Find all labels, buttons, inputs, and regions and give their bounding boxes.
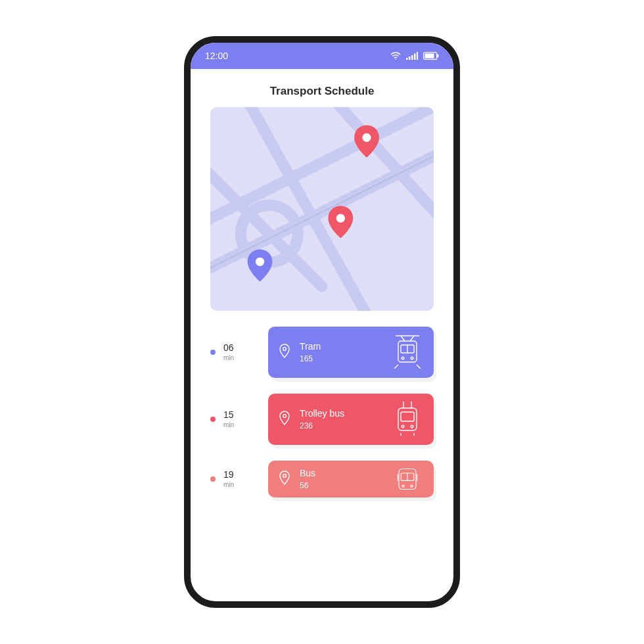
status-bar: 12:00 <box>191 43 453 69</box>
bus-icon <box>392 465 423 496</box>
eta-unit: min <box>223 421 234 428</box>
svg-line-23 <box>410 336 414 341</box>
signal-icon <box>406 52 418 60</box>
phone-frame: 12:00 <box>184 36 460 608</box>
svg-point-40 <box>283 474 287 478</box>
status-dot <box>210 417 216 422</box>
eta-value: 19 <box>223 469 234 480</box>
eta-time: 19 min <box>223 470 234 488</box>
tram-icon <box>392 333 423 371</box>
svg-point-31 <box>283 415 287 418</box>
transport-number: 56 <box>300 481 384 490</box>
pin-icon <box>279 411 292 428</box>
transport-name: Bus <box>300 468 384 478</box>
wifi-icon <box>390 52 401 60</box>
status-time: 12:00 <box>205 51 228 61</box>
svg-rect-8 <box>437 55 438 58</box>
transport-card-trolley[interactable]: Trolley bus 236 <box>268 394 434 445</box>
svg-point-36 <box>402 425 404 428</box>
svg-rect-2 <box>409 57 411 60</box>
svg-point-18 <box>336 214 345 223</box>
status-icons <box>390 52 439 60</box>
svg-point-44 <box>402 485 404 487</box>
schedule-row: 06 min Tram 165 <box>210 327 434 378</box>
svg-point-20 <box>283 348 287 351</box>
transport-card-bus[interactable]: Bus 56 <box>268 461 434 497</box>
eta-unit: min <box>223 481 234 488</box>
eta-time: 06 min <box>223 343 234 361</box>
svg-point-28 <box>411 357 413 359</box>
schedule-row: 19 min Bus 56 <box>210 461 434 497</box>
svg-point-17 <box>362 133 371 142</box>
svg-line-30 <box>417 365 421 369</box>
svg-line-22 <box>401 336 405 341</box>
schedule-meta: 15 min <box>210 410 268 428</box>
transport-label: Tram 165 <box>300 341 384 363</box>
eta-value: 06 <box>223 342 234 353</box>
schedule-meta: 19 min <box>210 470 268 488</box>
svg-rect-35 <box>401 412 414 421</box>
status-dot <box>210 476 216 482</box>
transport-card-tram[interactable]: Tram 165 <box>268 327 434 378</box>
svg-rect-3 <box>411 55 413 60</box>
page-title: Transport Schedule <box>191 69 453 107</box>
svg-line-29 <box>394 365 398 369</box>
trolley-icon <box>392 400 423 438</box>
transport-label: Bus 56 <box>300 468 384 490</box>
svg-point-0 <box>395 58 396 60</box>
schedule-row: 15 min Trolley bus 236 <box>210 394 434 445</box>
svg-point-45 <box>411 485 413 487</box>
eta-value: 15 <box>223 409 234 420</box>
svg-rect-1 <box>406 58 408 60</box>
transport-name: Tram <box>300 341 384 352</box>
map-view[interactable] <box>210 107 434 311</box>
transport-name: Trolley bus <box>300 408 384 419</box>
eta-time: 15 min <box>223 410 234 428</box>
battery-icon <box>423 52 439 60</box>
svg-point-37 <box>411 425 413 428</box>
schedule-list: 06 min Tram 165 <box>191 327 453 497</box>
map-canvas <box>210 107 434 311</box>
status-dot <box>210 350 216 355</box>
eta-unit: min <box>223 354 234 361</box>
svg-rect-5 <box>417 52 418 60</box>
pin-icon <box>279 344 292 361</box>
pin-icon <box>279 471 292 488</box>
svg-rect-4 <box>414 54 416 60</box>
transport-number: 165 <box>300 354 384 363</box>
svg-point-27 <box>402 357 404 359</box>
svg-point-19 <box>256 258 264 266</box>
schedule-meta: 06 min <box>210 343 268 361</box>
transport-number: 236 <box>300 421 384 430</box>
transport-label: Trolley bus 236 <box>300 408 384 430</box>
svg-rect-7 <box>425 53 434 58</box>
